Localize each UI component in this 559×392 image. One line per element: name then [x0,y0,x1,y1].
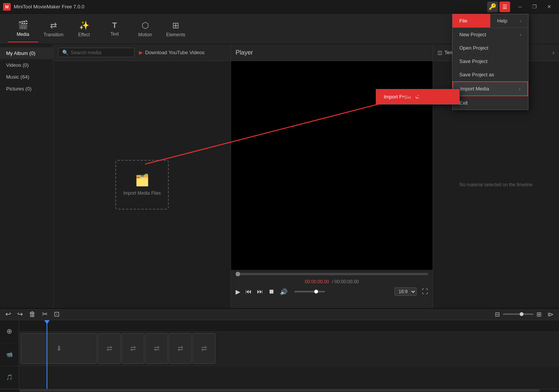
import-media-label: Import Media [460,86,489,92]
prev-button[interactable]: ⏮ [246,288,252,295]
file-menu-help[interactable]: Help › [490,14,528,27]
transition-clip-4[interactable]: ⇄ [169,333,192,364]
zoom-slider[interactable] [503,313,533,315]
nav-effect-label: Effect [78,32,90,37]
track-area: ⬇ ⇄ ⇄ ⇄ ⇄ ⇄ [19,320,559,389]
transition-clip-1[interactable]: ⇄ [98,333,121,364]
sidebar-item-music[interactable]: Music (64) [0,71,53,83]
add-track-icon[interactable]: ⊕ [6,327,12,336]
zoom-handle[interactable] [520,312,523,316]
zoom-out-icon[interactable]: ⊟ [495,311,500,318]
track-labels: ⊕ 📹 🎵 [0,320,19,389]
transition-clip-5[interactable]: ⇄ [192,333,215,364]
nav-elements-label: Elements [166,32,185,37]
sidebar-item-album[interactable]: My Album (0) [0,47,53,59]
search-placeholder: Search media [71,50,101,55]
nav-elements[interactable]: ⊞ Elements [160,16,191,42]
no-material-text: No material selected on the timeline [460,182,533,187]
stop-button[interactable]: ⏹ [268,288,275,295]
import-from-pc-item[interactable]: Import From PC [376,89,459,104]
add-track-label[interactable]: ⊕ [0,320,19,343]
video-track-icon: 📹 [6,351,13,357]
nav-effect[interactable]: ✨ Effect [69,16,99,42]
help-label: Help [497,18,507,24]
delete-button[interactable]: 🗑 [29,310,36,318]
player-panel: Player 00:00:00.00 / 00:00:00.00 ▶ ⏮ ⏭ ⏹… [231,44,433,308]
import-media-box[interactable]: 🗂️ Import Media Files [115,160,169,210]
pictures-label: Pictures (0) [6,86,31,92]
media-toolbar: 🔍 Search media ▶ Download YouTube Videos [53,44,231,61]
youtube-label: Download YouTube Videos [145,50,204,55]
open-project-item[interactable]: Open Project [452,41,528,55]
hamburger-menu[interactable]: ☰ [499,2,510,12]
timeline-toolbar: ↩ ↪ 🗑 ✂ ⊡ ⊟ ⊞ ⧐ [0,309,559,320]
key-icon[interactable]: 🔑 [487,2,498,12]
effect-icon: ✨ [79,21,89,31]
close-button[interactable]: ✕ [542,0,556,14]
exit-label: Exit [459,100,468,106]
nav-media[interactable]: 🎬 Media [8,16,38,42]
new-project-item[interactable]: New Project › [452,28,528,41]
media-panel: 🔍 Search media ▶ Download YouTube Videos… [53,44,231,308]
fullscreen-button[interactable]: ⛶ [422,288,428,295]
play-button[interactable]: ▶ [236,288,240,295]
swap-icon-5: ⇄ [201,344,207,353]
scroll-track[interactable] [19,389,540,392]
import-media-item[interactable]: Import Media › [452,81,528,96]
transition-clip-2[interactable]: ⇄ [121,333,144,364]
youtube-icon: ▶ [139,50,143,55]
nav-motion[interactable]: ⬡ Motion [130,16,160,42]
youtube-download-button[interactable]: ▶ Download YouTube Videos [139,50,204,55]
cut-button[interactable]: ✂ [42,310,48,318]
exit-item[interactable]: Exit [452,96,528,110]
app-title: MiniTool MovieMaker Free 7.0.0 [14,4,487,10]
transition-clip-3[interactable]: ⇄ [145,333,168,364]
new-project-label: New Project [459,32,486,37]
zoom-in-icon[interactable]: ⊞ [536,311,541,318]
volume-slider[interactable] [294,291,325,292]
expand-button[interactable]: › [553,49,554,56]
total-time: / 00:00:00.00 [332,279,359,284]
audio-track-icon: 🎵 [6,374,13,380]
nav-text-label: Text [110,31,119,37]
file-menu-file[interactable]: File [452,14,490,27]
split-icon[interactable]: ⧐ [548,311,554,318]
progress-handle[interactable] [236,272,240,276]
save-project-as-item[interactable]: Save Project as [452,68,528,81]
crop-button[interactable]: ⊡ [54,310,60,318]
motion-icon: ⬡ [142,21,149,31]
search-box[interactable]: 🔍 Search media [58,48,134,57]
import-media-arrow: › [519,87,520,91]
minimize-button[interactable]: ─ [513,0,527,14]
redo-button[interactable]: ↪ [17,310,23,318]
transition-icon: ⇄ [50,21,57,31]
progress-bar[interactable] [236,273,428,275]
save-project-item[interactable]: Save Project [452,55,528,68]
music-label: Music (64) [6,74,29,80]
aspect-ratio-select[interactable]: 16:9 4:3 1:1 [394,287,417,296]
nav-text[interactable]: T Text [99,16,130,42]
sidebar-item-pictures[interactable]: Pictures (0) [0,83,53,95]
swap-icon-1: ⇄ [107,344,112,353]
nav-transition[interactable]: ⇄ Transition [38,16,69,42]
nav-media-label: Media [17,32,29,37]
zoom-controls: ⊟ ⊞ ⧐ [495,311,554,318]
help-chevron: › [520,19,521,23]
sidebar-item-videos[interactable]: Videos (0) [0,59,53,71]
volume-handle[interactable] [314,290,318,294]
current-time: 00:00:00.00 [305,279,329,284]
next-button[interactable]: ⏭ [257,288,263,295]
undo-button[interactable]: ↩ [5,310,11,318]
video-track-label: 📹 [0,343,19,366]
open-project-label: Open Project [459,45,488,51]
player-controls-row: ▶ ⏮ ⏭ ⏹ 🔊 16:9 4:3 1:1 ⛶ [236,287,428,296]
player-controls: 00:00:00.00 / 00:00:00.00 ▶ ⏮ ⏭ ⏹ 🔊 16:9… [231,270,433,308]
swap-icon-2: ⇄ [130,344,136,353]
playhead-track [19,320,559,332]
layers-icon: ◫ [438,50,442,55]
import-from-pc-label: Import From PC [384,94,419,100]
horizontal-scrollbar[interactable] [0,389,559,392]
save-project-label: Save Project [459,58,488,64]
restore-button[interactable]: ❐ [528,0,541,14]
main-video-clip[interactable]: ⬇ [21,333,97,364]
